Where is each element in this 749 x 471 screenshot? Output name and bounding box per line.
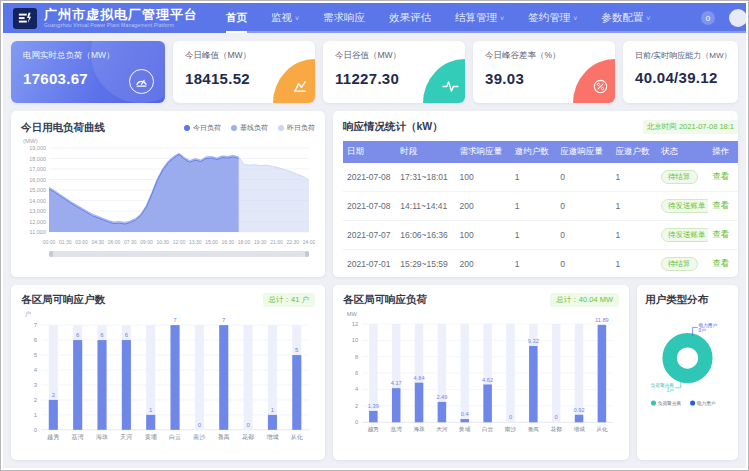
y-tick-label: 4 [34,367,38,373]
x-tick-label: 花都 [551,426,563,433]
table-cell: 16:06~16:36 [396,221,455,250]
y-tick-label: 5 [34,352,38,358]
bar-value-label: 11.89 [595,317,609,323]
legend-item[interactable]: 基线负荷 [231,123,268,133]
view-link[interactable]: 查看 [712,258,729,268]
table-cell: 2021-07-01 [343,250,396,278]
x-tick-label: 03:00 [75,239,88,245]
bar-value-label: 1.39 [368,403,379,409]
bar-value-label: 4.62 [482,377,493,383]
table-cell: 17:31~18:01 [396,163,455,192]
legend-item[interactable]: 昨日负荷 [278,123,315,133]
x-tick-label: 15:00 [205,239,218,245]
chart-zoom-scrollbar[interactable] [49,251,309,257]
table-column-header: 应邀响应量 [556,141,611,163]
nav-item-0[interactable]: 首页 [214,3,259,33]
table-cell: 2021-07-08 [343,163,396,192]
x-tick-label: 22:30 [286,239,299,245]
x-tick-label: 06:00 [108,239,121,245]
bar [598,325,607,422]
responsive-users-chart[interactable]: 户012345672越秀6荔湾6海珠6天河1黄埔7白云0南沙7番禺0花都1增城5… [21,307,315,444]
x-tick-label: 13:30 [189,239,202,245]
main-nav: 首页监视˅需求响应效果评估结算管理˅签约管理˅参数配置˅ [214,3,662,33]
gauge-icon [129,69,154,94]
y-tick-label: 16,000 [29,177,46,183]
table-cell: 0 [556,163,611,192]
bar-track [461,324,470,422]
bar-track [244,325,253,430]
table-cell: 1 [612,192,657,221]
x-tick-label: 越秀 [368,426,380,433]
x-tick-label: 从化 [291,434,303,441]
legend-item[interactable]: 今日负荷 [184,123,221,133]
table-cell: 0 [556,221,611,250]
y-tick-label: 17,000 [29,166,46,172]
x-tick-label: 越秀 [47,433,59,441]
x-tick-label: 白云 [169,434,181,441]
bar-track [506,324,515,422]
y-axis-unit: 户 [25,310,31,317]
avatar[interactable] [729,9,746,27]
kpi-label: 今日峰值（MW） [185,50,303,62]
bar [146,415,155,430]
kpi-label: 日前/实时响应能力（MW） [635,50,726,61]
status-cell: 待结算 [657,163,708,192]
y-tick-label: 4 [355,386,358,392]
nav-item-4[interactable]: 结算管理˅ [443,3,516,33]
table-cell: 100 [456,163,511,192]
view-link[interactable]: 查看 [712,171,729,181]
y-tick-label: 2 [34,397,38,403]
view-link[interactable]: 查看 [712,229,729,239]
x-tick-label: 24:00 [303,239,315,245]
notification-badge[interactable]: 0 [701,11,715,25]
dashboard-main: 电网实时总负荷（MW） 17603.67 今日峰值（MW） 18415.52 [3,33,746,468]
chevron-down-icon: ˅ [646,15,650,22]
status-cell: 待发送账单 [657,221,708,250]
view-link[interactable]: 查看 [712,200,729,210]
y-tick-label: 15,000 [29,187,46,193]
nav-item-1[interactable]: 监视˅ [259,3,311,33]
y-tick-label: 7 [34,322,38,328]
nav-item-2[interactable]: 需求响应 [311,3,377,33]
bar [292,355,301,430]
legend-label: 基线负荷 [240,123,268,133]
user-type-donut-chart[interactable]: 电力用户0户负荷聚合商1户负荷聚合商电力用户 [645,307,730,409]
nav-item-6[interactable]: 参数配置˅ [589,3,662,33]
bar-value-label: 7 [173,317,177,323]
nav-item-3[interactable]: 效果评估 [377,3,443,33]
x-tick-label: 海珠 [413,426,425,433]
table-column-header: 需求响应量 [456,141,511,163]
kpi-value: 40.04/39.12 [635,69,726,86]
nav-item-5[interactable]: 签约管理˅ [516,3,589,33]
status-badge: 待结算 [661,257,698,271]
response-stats-title: 响应情况统计（kW） [343,120,443,134]
table-column-header: 状态 [657,141,708,163]
x-tick-label: 增城 [266,434,278,440]
bar-track [146,325,155,430]
bar [49,400,58,430]
responsive-load-chart[interactable]: MW0246810121.39越秀4.17荔湾4.84海珠2.49天河0.4黄埔… [343,307,619,436]
table-cell: 100 [456,221,511,250]
kpi-card-response-capacity: 日前/实时响应能力（MW） 40.04/39.12 [623,41,738,103]
table-cell: 1 [612,221,657,250]
y-tick-label: 6 [355,370,358,376]
responsive-load-title: 各区局可响应负荷 [343,293,427,307]
table-cell: 1 [612,163,657,192]
brand-block: 广州市虚拟电厂管理平台 Guangzhou Virtual Power Plan… [44,8,198,28]
x-tick-label: 花都 [242,433,254,441]
table-column-header: 邀约户数 [511,141,556,163]
chevron-down-icon: ˅ [573,15,577,22]
table-column-header: 日期 [343,141,396,163]
chevron-down-icon: ˅ [295,15,299,22]
table-cell: 14:11~14:41 [396,192,455,221]
bar-value-label: 7 [222,317,226,323]
table-column-header: 时段 [396,141,455,163]
bottom-row: 各区局可响应户数 总计：41 户 户012345672越秀6荔湾6海珠6天河1黄… [11,285,738,460]
y-tick-label: 2 [355,403,358,409]
load-curve-chart[interactable]: 11,00012,00013,00014,00015,00016,00017,0… [21,144,315,248]
table-column-header: 应邀户数 [612,141,657,163]
kpi-card-today-valley: 今日谷值（MW） 11227.30 [323,41,465,103]
responsive-users-panel: 各区局可响应户数 总计：41 户 户012345672越秀6荔湾6海珠6天河1黄… [11,285,325,460]
bar [415,383,424,423]
bar [268,415,277,430]
